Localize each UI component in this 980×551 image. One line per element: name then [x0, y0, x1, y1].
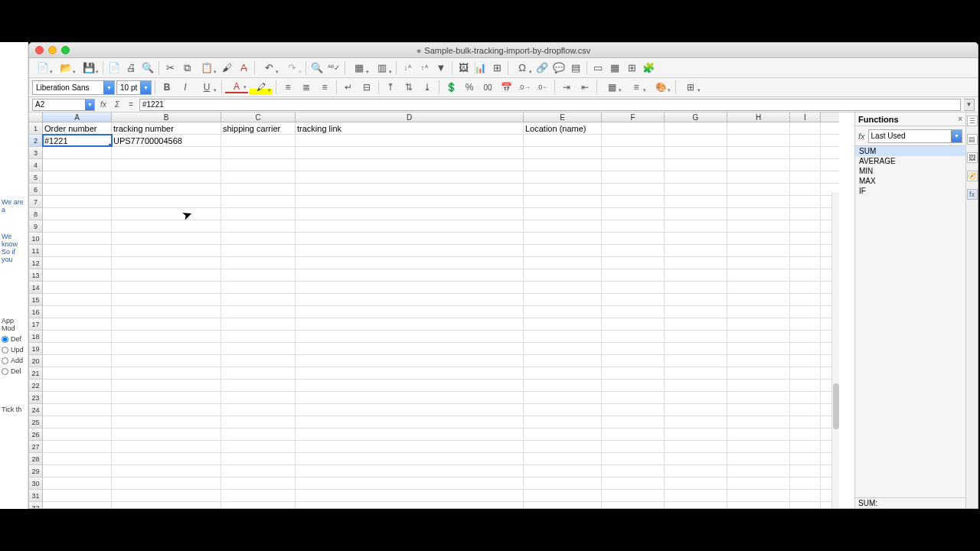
cell[interactable] [296, 404, 524, 416]
sort-desc-button[interactable]: ↑ᴬ [416, 60, 432, 76]
cell[interactable] [524, 404, 602, 416]
paste-button[interactable]: 📋 [196, 60, 217, 76]
chart-button[interactable]: 📊 [472, 60, 488, 76]
cell[interactable] [727, 355, 790, 367]
cell[interactable] [221, 380, 296, 391]
new-doc-button[interactable]: 📄 [32, 60, 54, 76]
cell[interactable]: #1221 [43, 135, 112, 146]
sum-button[interactable]: Σ [112, 99, 122, 111]
cell[interactable] [43, 416, 112, 428]
cell[interactable] [665, 441, 727, 452]
bg-radio[interactable] [2, 336, 8, 343]
cell[interactable] [221, 416, 296, 428]
cell[interactable] [296, 502, 524, 508]
cell[interactable] [727, 392, 790, 403]
cell[interactable] [112, 380, 221, 391]
cell[interactable] [221, 245, 296, 256]
align-left-button[interactable]: ≡ [279, 80, 296, 95]
cell[interactable] [665, 245, 727, 256]
function-item[interactable]: MAX [855, 176, 965, 186]
cell[interactable] [602, 257, 665, 269]
cell[interactable] [296, 318, 524, 330]
cell[interactable] [602, 220, 665, 232]
row-header[interactable]: 4 [29, 159, 43, 171]
cell[interactable] [665, 318, 727, 330]
cell[interactable] [790, 282, 821, 293]
cell[interactable] [665, 453, 727, 465]
hyperlink-button[interactable]: 🔗 [534, 60, 550, 76]
cell[interactable] [221, 171, 296, 183]
cell[interactable] [524, 245, 602, 256]
row-header[interactable]: 7 [29, 196, 43, 208]
row-header[interactable]: 17 [29, 318, 43, 331]
formula-input[interactable]: #1221 [139, 99, 961, 111]
cell[interactable] [524, 147, 602, 158]
cell[interactable] [790, 159, 821, 171]
cell[interactable] [43, 380, 112, 391]
close-icon[interactable]: × [958, 115, 962, 123]
cell[interactable] [524, 343, 602, 354]
cell[interactable] [221, 147, 296, 158]
row-header[interactable]: 14 [29, 282, 43, 294]
cell[interactable] [727, 380, 790, 391]
cell[interactable] [665, 294, 727, 305]
column-header[interactable]: B [112, 112, 221, 122]
cell[interactable] [296, 269, 524, 281]
row-headers[interactable]: 1234567891011121314151617181920212223242… [29, 122, 43, 508]
cell[interactable] [112, 429, 221, 440]
cell[interactable] [665, 404, 727, 416]
cell[interactable] [221, 135, 296, 146]
cell[interactable] [602, 490, 665, 501]
cell[interactable] [221, 355, 296, 367]
cell[interactable] [665, 208, 727, 220]
function-item[interactable]: AVERAGE [855, 156, 965, 166]
cell[interactable] [296, 220, 524, 232]
cell[interactable] [296, 257, 524, 269]
cell[interactable] [524, 441, 602, 452]
cell[interactable] [296, 159, 524, 171]
cell[interactable] [727, 269, 790, 281]
cell[interactable] [524, 306, 602, 318]
cell[interactable] [112, 318, 221, 330]
redo-button[interactable]: ↷ [281, 60, 302, 76]
cell[interactable] [112, 196, 221, 207]
cell[interactable] [602, 122, 665, 134]
align-right-button[interactable]: ≡ [316, 80, 333, 95]
cell[interactable] [790, 306, 821, 318]
cell[interactable] [43, 220, 112, 232]
cell[interactable] [790, 490, 821, 501]
styles-tab-icon[interactable]: ▤ [967, 134, 978, 145]
functions-tab-icon[interactable]: fx [967, 189, 978, 200]
row-header[interactable]: 20 [29, 355, 43, 367]
row-header[interactable]: 12 [29, 257, 43, 269]
row-header[interactable]: 29 [29, 465, 43, 478]
name-box[interactable]: A2 ▼ [32, 99, 95, 111]
extension-button[interactable]: 🧩 [641, 60, 656, 76]
cell[interactable] [112, 453, 221, 465]
cell[interactable] [602, 306, 665, 318]
cell[interactable] [790, 294, 821, 305]
properties-tab-icon[interactable]: ☰ [967, 116, 978, 126]
cell[interactable] [790, 257, 821, 269]
cell[interactable] [727, 429, 790, 440]
cell[interactable] [296, 478, 524, 489]
cell[interactable] [221, 429, 296, 440]
cell[interactable] [112, 416, 221, 428]
select-all-corner[interactable] [29, 112, 43, 122]
special-char-button[interactable]: Ω [511, 60, 533, 76]
cell[interactable] [665, 465, 727, 477]
cell[interactable] [43, 331, 112, 342]
scrollbar-thumb[interactable] [833, 383, 839, 429]
cell[interactable] [727, 294, 790, 305]
cell[interactable] [790, 465, 821, 477]
cell[interactable] [790, 453, 821, 465]
col-ops-button[interactable]: ▥ [371, 60, 393, 76]
cell[interactable] [665, 159, 727, 171]
cell[interactable] [727, 171, 790, 183]
cell[interactable] [43, 429, 112, 440]
print-button[interactable]: 🖨 [123, 60, 139, 76]
cell[interactable] [602, 416, 665, 428]
cell[interactable] [43, 184, 112, 195]
cell[interactable] [43, 294, 112, 305]
save-button[interactable]: 💾 [78, 60, 100, 76]
